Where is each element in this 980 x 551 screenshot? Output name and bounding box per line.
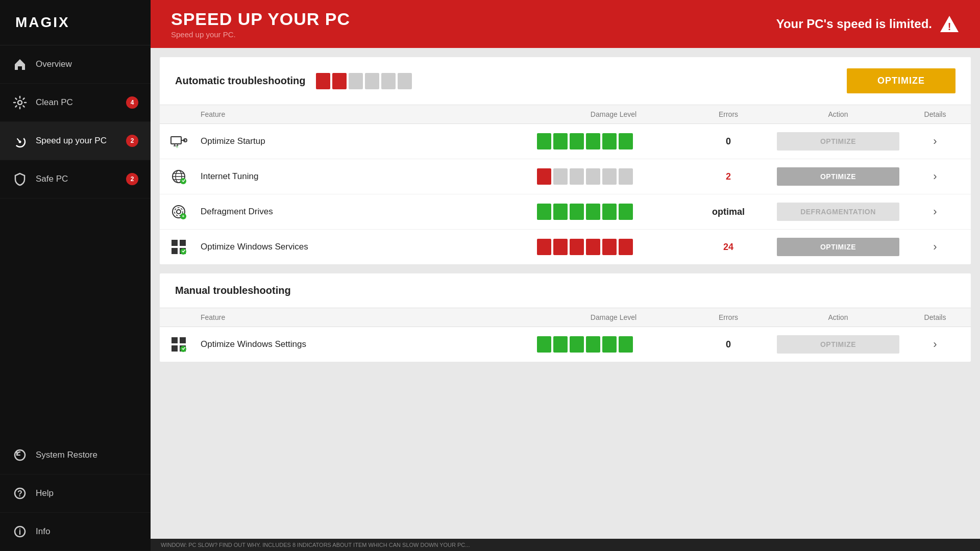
windows-services-errors: 24 <box>690 242 767 253</box>
sidebar-item-system-restore[interactable]: System Restore <box>0 436 151 474</box>
sidebar: MAGIX Overview Clean PC 4 <box>0 0 151 551</box>
windows-settings-icon <box>170 336 201 353</box>
windows-services-bars <box>537 239 690 255</box>
sidebar-item-help-label: Help <box>36 488 138 498</box>
optimize-startup-button: OPTIMIZE <box>777 132 899 151</box>
windows-settings-details[interactable]: › <box>910 336 961 353</box>
section-bar-3 <box>349 73 363 89</box>
table-row: Optimize Windows Settings 0 OPTIMIZE › <box>160 327 971 362</box>
manual-section-header: Manual troubleshooting <box>160 273 971 308</box>
windows-settings-errors: 0 <box>690 339 767 350</box>
optimize-startup-errors: 0 <box>690 136 767 147</box>
page-subtitle: Speed up your PC. <box>171 30 350 39</box>
svg-text:i: i <box>19 528 21 536</box>
manual-section: Manual troubleshooting Feature Damage Le… <box>160 273 971 362</box>
sidebar-navigation: Overview Clean PC 4 Speed up your <box>0 45 151 551</box>
home-icon <box>12 57 28 72</box>
sidebar-item-help[interactable]: ? Help <box>0 474 151 513</box>
sidebar-item-clean-pc-label: Clean PC <box>36 97 118 108</box>
windows-services-details[interactable]: › <box>910 238 961 256</box>
defragment-details[interactable]: › <box>910 203 961 220</box>
optimize-startup-chevron[interactable]: › <box>929 133 941 150</box>
optimize-startup-name: Optimize Startup <box>201 136 537 146</box>
internet-tuning-details[interactable]: › <box>910 168 961 185</box>
sidebar-item-system-restore-label: System Restore <box>36 450 138 460</box>
col-damage: Damage Level <box>537 110 690 118</box>
svg-rect-25 <box>172 240 178 246</box>
manual-col-details: Details <box>910 313 961 321</box>
automatic-section: Automatic troubleshooting OPTIMIZE Featu… <box>160 57 971 264</box>
header-left: SPEED UP YOUR PC Speed up your PC. <box>171 9 350 39</box>
col-icon <box>170 110 201 118</box>
sidebar-item-clean-pc[interactable]: Clean PC 4 <box>0 84 151 122</box>
content-area: Automatic troubleshooting OPTIMIZE Featu… <box>151 48 980 539</box>
table-row: Internet Tuning 2 OPTIMIZE › <box>160 159 971 194</box>
page-title: SPEED UP YOUR PC <box>171 9 350 29</box>
manual-table-header: Feature Damage Level Errors Action Detai… <box>160 308 971 327</box>
col-action: Action <box>767 110 910 118</box>
optimize-all-button[interactable]: OPTIMIZE <box>847 68 955 93</box>
sidebar-item-info-label: Info <box>36 527 138 537</box>
header-right: Your PC's speed is limited. ! <box>776 15 960 33</box>
warning-triangle-icon: ! <box>939 15 960 33</box>
section-bar-6 <box>398 73 412 89</box>
defragment-button: DEFRAGMENTATION <box>777 203 899 221</box>
warning-text: Your PC's speed is limited. <box>776 17 932 31</box>
section-bar-4 <box>365 73 379 89</box>
bottom-status-bar: WINDOW: PC SLOW? FIND OUT WHY. INCLUDES … <box>151 539 980 551</box>
manual-col-damage: Damage Level <box>537 313 690 321</box>
sidebar-item-safe-pc-label: Safe PC <box>36 174 118 184</box>
svg-rect-27 <box>172 248 178 254</box>
defragment-errors: optimal <box>690 207 767 217</box>
windows-services-chevron[interactable]: › <box>929 238 941 256</box>
sidebar-item-safe-pc[interactable]: Safe PC 2 <box>0 160 151 198</box>
manual-col-icon <box>170 313 201 321</box>
svg-rect-32 <box>172 345 178 352</box>
windows-settings-bars <box>537 336 690 353</box>
section-bar-1 <box>316 73 330 89</box>
sidebar-item-overview[interactable]: Overview <box>0 45 151 84</box>
col-feature: Feature <box>201 110 537 118</box>
internet-tuning-chevron[interactable]: › <box>929 168 941 185</box>
section-header-left: Automatic troubleshooting <box>175 73 412 89</box>
manual-col-errors: Errors <box>690 313 767 321</box>
svg-text:?: ? <box>17 489 22 498</box>
optimize-startup-action: OPTIMIZE <box>767 132 910 151</box>
table-row: Optimize Windows Services 24 OPTIMIZE › <box>160 230 971 264</box>
windows-services-name: Optimize Windows Services <box>201 242 537 252</box>
svg-point-21 <box>177 210 181 214</box>
svg-point-0 <box>18 101 22 105</box>
gear-icon <box>12 95 28 110</box>
table-row: + Defragment Drives optimal DEFRAGMENTAT… <box>160 194 971 230</box>
optimize-startup-bars <box>537 133 690 149</box>
col-errors: Errors <box>690 110 767 118</box>
defragment-chevron[interactable]: › <box>929 203 941 220</box>
windows-settings-button: OPTIMIZE <box>777 335 899 354</box>
windows-settings-action: OPTIMIZE <box>767 335 910 354</box>
sidebar-item-info[interactable]: i Info <box>0 513 151 551</box>
internet-tuning-button[interactable]: OPTIMIZE <box>777 167 899 186</box>
sidebar-item-speed-up[interactable]: Speed up your PC 2 <box>0 122 151 160</box>
defragment-icon: + <box>170 203 201 220</box>
optimize-startup-details[interactable]: › <box>910 133 961 150</box>
manual-col-action: Action <box>767 313 910 321</box>
automatic-section-header: Automatic troubleshooting OPTIMIZE <box>160 57 971 105</box>
sidebar-item-overview-label: Overview <box>36 59 138 69</box>
speedometer-icon <box>12 133 28 148</box>
help-icon: ? <box>12 486 28 501</box>
internet-tuning-icon <box>170 168 201 185</box>
page-header: SPEED UP YOUR PC Speed up your PC. Your … <box>151 0 980 48</box>
svg-text:!: ! <box>948 21 951 32</box>
info-icon: i <box>12 524 28 539</box>
table-row: Optimize Startup 0 OPTIMIZE › <box>160 124 971 159</box>
main-area: SPEED UP YOUR PC Speed up your PC. Your … <box>151 0 980 551</box>
svg-line-3 <box>17 139 20 142</box>
defragment-action: DEFRAGMENTATION <box>767 203 910 221</box>
clean-pc-badge: 4 <box>126 96 138 109</box>
internet-tuning-errors: 2 <box>690 171 767 182</box>
speed-up-badge: 2 <box>126 135 138 147</box>
defragment-bars <box>537 204 690 220</box>
section-damage-bars <box>316 73 412 89</box>
windows-settings-chevron[interactable]: › <box>929 336 941 353</box>
windows-services-button[interactable]: OPTIMIZE <box>777 238 899 256</box>
